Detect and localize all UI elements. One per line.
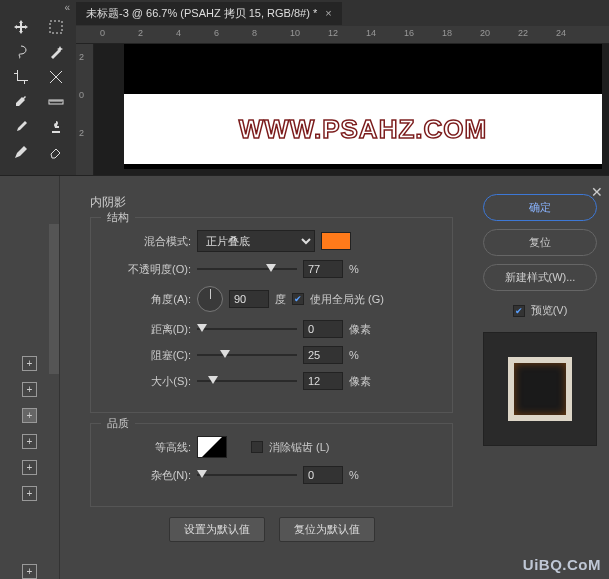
choke-unit: %: [349, 349, 359, 361]
document-tab[interactable]: 未标题-3 @ 66.7% (PSAHZ 拷贝 15, RGB/8#) * ×: [76, 2, 342, 25]
crop-tool-icon[interactable]: [4, 65, 37, 88]
close-icon[interactable]: ✕: [591, 184, 603, 200]
add-effect-button[interactable]: +: [22, 486, 37, 501]
artboard: WWW.PSAHZ.COM: [124, 44, 602, 169]
opacity-slider[interactable]: [197, 262, 297, 276]
angle-dial[interactable]: [197, 286, 223, 312]
add-effect-button[interactable]: +: [22, 564, 37, 579]
move-tool-icon[interactable]: [4, 15, 37, 38]
ruler-tool-icon[interactable]: [39, 90, 72, 113]
blend-mode-select[interactable]: 正片叠底: [197, 230, 315, 252]
distance-label: 距离(D):: [105, 322, 191, 337]
dialog-title: 内阴影: [90, 194, 453, 211]
set-default-button[interactable]: 设置为默认值: [169, 517, 265, 542]
structure-group-label: 结构: [101, 210, 135, 225]
reset-button[interactable]: 复位: [483, 229, 597, 256]
opacity-label: 不透明度(O):: [105, 262, 191, 277]
eyedropper-tool-icon[interactable]: [4, 90, 37, 113]
antialias-label: 消除锯齿 (L): [269, 440, 330, 455]
size-slider[interactable]: [197, 374, 297, 388]
close-icon[interactable]: ×: [325, 7, 331, 19]
blend-mode-label: 混合模式:: [105, 234, 191, 249]
add-effect-button[interactable]: +: [22, 382, 37, 397]
choke-input[interactable]: [303, 346, 343, 364]
choke-slider[interactable]: [197, 348, 297, 362]
noise-input[interactable]: [303, 466, 343, 484]
add-effect-button[interactable]: +: [22, 434, 37, 449]
noise-unit: %: [349, 469, 359, 481]
document-tab-bar: 未标题-3 @ 66.7% (PSAHZ 拷贝 15, RGB/8#) * ×: [76, 0, 609, 26]
new-style-button[interactable]: 新建样式(W)...: [483, 264, 597, 291]
preview-thumbnail: [483, 332, 597, 446]
quality-group-label: 品质: [101, 416, 135, 431]
color-swatch[interactable]: [321, 232, 351, 250]
global-light-label: 使用全局光 (G): [310, 292, 384, 307]
collapse-icon[interactable]: «: [0, 2, 76, 13]
add-effect-button[interactable]: +: [22, 460, 37, 475]
ok-button[interactable]: 确定: [483, 194, 597, 221]
contour-label: 等高线:: [105, 440, 191, 455]
brand-watermark: UiBQ.CoM: [523, 556, 601, 573]
toolbox: «: [0, 0, 76, 175]
style-list-panel: + + + + + + +: [0, 176, 60, 579]
canvas-viewport[interactable]: WWW.PSAHZ.COM: [94, 44, 609, 175]
scrollbar[interactable]: [49, 224, 59, 374]
eraser-tool-icon[interactable]: [39, 140, 72, 163]
angle-label: 角度(A):: [105, 292, 191, 307]
svg-rect-0: [50, 21, 62, 33]
size-input[interactable]: [303, 372, 343, 390]
ruler-vertical: 202: [76, 44, 94, 175]
noise-label: 杂色(N):: [105, 468, 191, 483]
distance-unit: 像素: [349, 322, 371, 337]
opacity-unit: %: [349, 263, 359, 275]
antialias-checkbox[interactable]: [251, 441, 263, 453]
size-unit: 像素: [349, 374, 371, 389]
stamp-tool-icon[interactable]: [39, 115, 72, 138]
add-effect-button[interactable]: +: [22, 408, 37, 423]
slice-tool-icon[interactable]: [39, 65, 72, 88]
document-tab-title: 未标题-3 @ 66.7% (PSAHZ 拷贝 15, RGB/8#) *: [86, 6, 317, 21]
distance-input[interactable]: [303, 320, 343, 338]
noise-slider[interactable]: [197, 468, 297, 482]
global-light-checkbox[interactable]: ✔: [292, 293, 304, 305]
pencil-tool-icon[interactable]: [4, 140, 37, 163]
add-effect-button[interactable]: +: [22, 356, 37, 371]
layer-style-dialog: ✕ + + + + + + + 内阴影 结构 混合模式: 正片叠底: [0, 175, 609, 579]
choke-label: 阻塞(C):: [105, 348, 191, 363]
angle-unit: 度: [275, 292, 286, 307]
distance-slider[interactable]: [197, 322, 297, 336]
marquee-tool-icon[interactable]: [39, 15, 72, 38]
opacity-input[interactable]: [303, 260, 343, 278]
preview-label: 预览(V): [531, 303, 568, 318]
brush-tool-icon[interactable]: [4, 115, 37, 138]
lasso-tool-icon[interactable]: [4, 40, 37, 63]
wand-tool-icon[interactable]: [39, 40, 72, 63]
ruler-horizontal: 024681012141618202224: [76, 26, 609, 44]
canvas-watermark-text: WWW.PSAHZ.COM: [239, 114, 487, 145]
angle-input[interactable]: [229, 290, 269, 308]
preview-checkbox[interactable]: ✔: [513, 305, 525, 317]
contour-picker[interactable]: [197, 436, 227, 458]
size-label: 大小(S):: [105, 374, 191, 389]
reset-default-button[interactable]: 复位为默认值: [279, 517, 375, 542]
